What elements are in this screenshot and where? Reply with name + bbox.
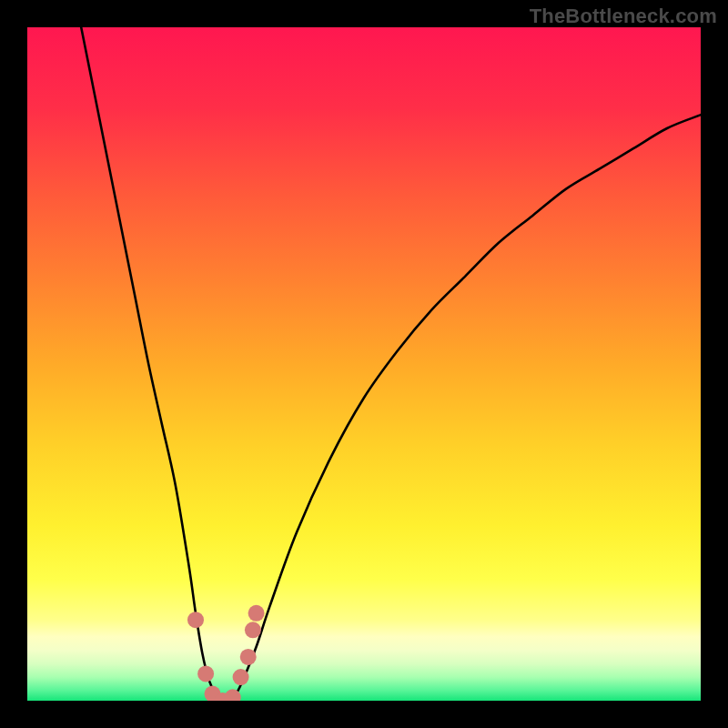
trough-dot xyxy=(187,612,204,628)
bottleneck-curve xyxy=(81,27,701,701)
trough-markers xyxy=(187,605,265,701)
curve-layer xyxy=(27,27,701,701)
trough-dot xyxy=(197,665,214,682)
trough-dot xyxy=(240,649,257,665)
watermark-text: TheBottleneck.com xyxy=(530,5,717,28)
trough-dot xyxy=(245,622,261,638)
trough-dot xyxy=(248,605,265,622)
plot-area xyxy=(27,27,701,701)
chart-frame: TheBottleneck.com xyxy=(0,0,728,728)
trough-dot xyxy=(233,669,249,685)
